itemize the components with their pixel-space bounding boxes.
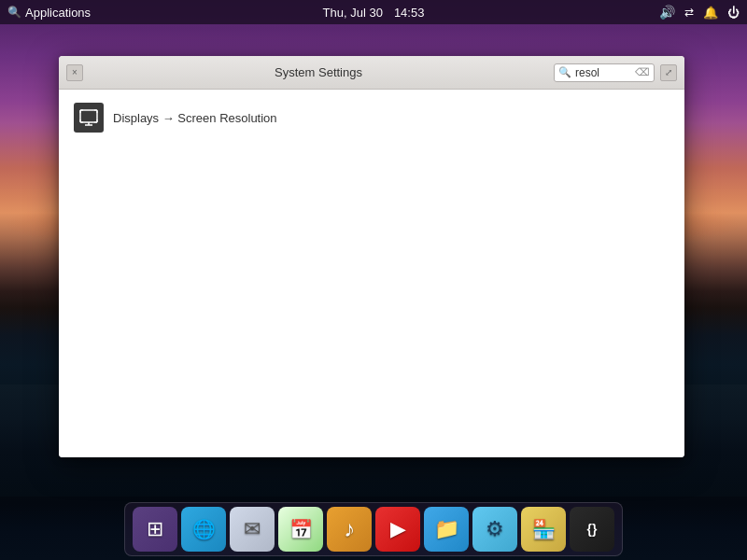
dock-item-code[interactable]: {}	[570, 507, 614, 552]
overview-icon: ⊞	[147, 517, 163, 541]
dock-item-store[interactable]: 🏪	[521, 507, 566, 552]
window-content: Displays → Screen Resolution	[59, 90, 684, 457]
applications-menu[interactable]: Applications	[25, 6, 91, 20]
dock-item-settings[interactable]: ⚙	[472, 507, 517, 552]
dock-item-browser[interactable]: 🌐	[181, 507, 226, 552]
search-icon: 🔍	[558, 66, 571, 78]
desktop: 🔍 Applications Thu, Jul 30 14:53 🔊 ⇄ 🔔 ⏻…	[0, 0, 747, 560]
panel-left: 🔍 Applications	[7, 6, 91, 20]
window-title: System Settings	[83, 65, 554, 79]
code-icon: {}	[587, 522, 598, 537]
search-clear-button[interactable]: ⌫	[635, 66, 650, 78]
top-panel: 🔍 Applications Thu, Jul 30 14:53 🔊 ⇄ 🔔 ⏻	[0, 0, 747, 24]
dock-item-video[interactable]: ▶	[375, 507, 420, 552]
dock-item-mail[interactable]: ✉	[230, 507, 275, 552]
search-icon: 🔍	[7, 6, 21, 19]
music-icon: ♪	[344, 516, 355, 542]
settings-icon: ⚙	[486, 517, 504, 541]
expand-button[interactable]: ⤢	[660, 64, 677, 81]
store-icon: 🏪	[532, 518, 556, 540]
dock-item-files[interactable]: 📁	[424, 507, 469, 552]
mail-icon: ✉	[244, 517, 261, 541]
close-button[interactable]: ×	[66, 64, 83, 81]
dock-item-music[interactable]: ♪	[327, 507, 372, 552]
svg-rect-0	[80, 110, 97, 122]
dock: ⊞ 🌐 ✉ 📅 ♪ ▶ 📁 ⚙	[0, 497, 747, 560]
panel-date: Thu, Jul 30	[323, 6, 383, 20]
browser-icon: 🌐	[192, 518, 216, 540]
volume-icon[interactable]: 🔊	[659, 5, 675, 20]
settings-window: × System Settings 🔍 resol ⌫ ⤢	[59, 56, 684, 457]
displays-icon	[74, 103, 104, 133]
title-bar: × System Settings 🔍 resol ⌫ ⤢	[59, 56, 684, 90]
dock-item-calendar[interactable]: 📅	[278, 507, 323, 552]
calendar-icon: 📅	[289, 518, 313, 540]
power-icon[interactable]: ⏻	[727, 6, 740, 20]
video-icon: ▶	[390, 517, 406, 541]
panel-center: Thu, Jul 30 14:53	[323, 6, 425, 20]
panel-right: 🔊 ⇄ 🔔 ⏻	[659, 5, 740, 20]
dock-container: ⊞ 🌐 ✉ 📅 ♪ ▶ 📁 ⚙	[124, 502, 623, 556]
notifications-icon[interactable]: 🔔	[703, 6, 718, 20]
search-result-displays[interactable]: Displays → Screen Resolution	[66, 97, 677, 138]
files-icon: 📁	[434, 517, 459, 541]
search-input-value[interactable]: resol	[575, 66, 631, 79]
search-bar[interactable]: 🔍 resol ⌫	[554, 63, 655, 82]
network-icon[interactable]: ⇄	[684, 6, 694, 19]
result-label: Displays → Screen Resolution	[113, 111, 277, 125]
panel-time: 14:53	[394, 6, 425, 20]
dock-item-overview[interactable]: ⊞	[133, 507, 177, 552]
